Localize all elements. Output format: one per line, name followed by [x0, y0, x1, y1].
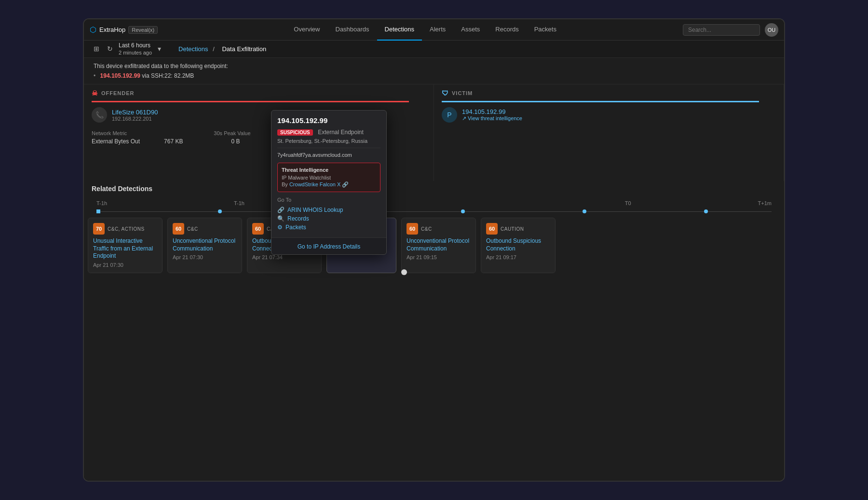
- layout-toggle-button[interactable]: ⊞: [92, 44, 101, 54]
- metric-peak: 767 KB: [164, 138, 183, 145]
- nav-detections[interactable]: Detections: [377, 19, 422, 41]
- ip-popup: 194.105.192.99 SUSPICIOUS External Endpo…: [271, 110, 387, 255]
- suspicious-badge: SUSPICIOUS: [277, 129, 313, 136]
- breadcrumb: Detections / Data Exfiltration: [178, 45, 269, 53]
- popup-footer: Go to IP Address Details: [271, 237, 386, 254]
- card-badge-1: C&C: [187, 226, 198, 232]
- threat-title: Threat Intelligence: [282, 167, 376, 173]
- breadcrumb-parent[interactable]: Detections: [178, 45, 208, 53]
- victim-bar: [442, 101, 759, 102]
- nav-records[interactable]: Records: [488, 19, 526, 41]
- device-name[interactable]: LifeSize 061D90: [112, 109, 158, 116]
- card-date-2: Apr 21 07:34: [252, 254, 316, 260]
- avatar: OU: [765, 23, 778, 37]
- card-date-4: Apr 21 09:15: [407, 254, 471, 260]
- tl-label-0: T-1h: [96, 200, 107, 206]
- det-card-0[interactable]: 70 C&C, ACTIONS Unusual Interactive Traf…: [88, 218, 163, 273]
- timeline-section: T-1h T-1h T0 T+1m: [84, 200, 784, 218]
- victim-ip[interactable]: 194.105.192.99: [462, 108, 522, 115]
- threat-box: Threat Intelligence IP Malware Watchlist…: [277, 163, 380, 192]
- threat-source: By CrowdStrike Falcon X 🔗: [282, 181, 376, 188]
- time-ago: 2 minutes ago: [119, 49, 152, 56]
- victim-panel: 🛡 VICTIM P 194.105.192.99 ↗ View threat …: [434, 84, 784, 181]
- victim-row: P 194.105.192.99 ↗ View threat intellige…: [442, 107, 776, 123]
- threat-item-0: IP Malware Watchlist: [282, 175, 376, 181]
- tl-label-1: T-1h: [234, 200, 244, 206]
- nav-logo: ⬡ ExtraHop Reveal(x): [90, 25, 158, 34]
- card-score-5: 60: [486, 223, 498, 235]
- app-name: ExtraHop: [99, 26, 125, 33]
- nav-alerts[interactable]: Alerts: [422, 19, 453, 41]
- goto-records[interactable]: 🔍 Records: [277, 214, 380, 223]
- refresh-button[interactable]: ↻: [105, 44, 115, 54]
- shield-icon: 🛡: [442, 89, 449, 97]
- sub-nav: ⊞ ↻ Last 6 hours 2 minutes ago ▾ Detecti…: [84, 41, 784, 58]
- det-card-4[interactable]: 60 C&C Unconventional Protocol Communica…: [401, 218, 476, 273]
- tl-label-4: T0: [625, 200, 631, 206]
- nav-assets[interactable]: Assets: [453, 19, 488, 41]
- metric-row1: External Bytes Out: [92, 138, 140, 145]
- card-title-4: Unconventional Protocol Communication: [407, 237, 471, 252]
- device-ip: 192.168.222.201: [112, 116, 158, 122]
- card-title-0: Unusual Interactive Traffic from an Exte…: [93, 237, 157, 260]
- metric-expected: 0 B: [231, 138, 240, 145]
- goto-packets[interactable]: ⚙ Packets: [277, 223, 380, 232]
- nav-overview[interactable]: Overview: [286, 19, 327, 41]
- det-card-1[interactable]: 60 C&C Unconventional Protocol Communica…: [167, 218, 242, 273]
- popup-ip: 194.105.192.99: [277, 116, 380, 125]
- nav-packets[interactable]: Packets: [527, 19, 564, 41]
- exfil-notice-text: This device exfiltrated data to the foll…: [94, 63, 774, 69]
- tl-label-5: T+1m: [758, 200, 772, 206]
- time-dropdown-button[interactable]: ▾: [156, 44, 163, 54]
- ov-section: ☠ OFFENDER 📞 LifeSize 061D90 192.168.222…: [84, 84, 784, 181]
- search-input[interactable]: [683, 24, 760, 36]
- exfil-ip[interactable]: 194.105.192.99: [100, 72, 140, 79]
- subnav-left: ⊞ ↻ Last 6 hours 2 minutes ago ▾: [92, 42, 163, 56]
- breadcrumb-sep: /: [213, 45, 215, 53]
- breadcrumb-current: Data Exfiltration: [222, 45, 266, 53]
- goto-title: Go To: [277, 197, 380, 203]
- external-link-icon: 🔗: [342, 181, 349, 187]
- packets-icon: ⚙: [277, 224, 283, 231]
- exfil-notice: This device exfiltrated data to the foll…: [84, 58, 784, 84]
- card-badge-0: C&C, ACTIONS: [108, 226, 145, 232]
- endpoint-label: External Endpoint: [318, 129, 364, 136]
- reveal-badge: Reveal(x): [128, 26, 158, 34]
- det-card-5[interactable]: 60 CAUTION Outbound Suspicious Connectio…: [481, 218, 556, 273]
- threat-source-link[interactable]: CrowdStrike Falcon X: [289, 181, 340, 187]
- view-threat-intel[interactable]: ↗ View threat intelligence: [462, 115, 522, 122]
- card-date-0: Apr 21 07:30: [93, 262, 157, 268]
- card-date-5: Apr 21 09:17: [486, 254, 550, 260]
- main-content: This device exfiltrated data to the foll…: [84, 58, 784, 482]
- card-date-1: Apr 21 07:30: [173, 254, 237, 260]
- records-icon: 🔍: [277, 215, 285, 222]
- nav-dashboards[interactable]: Dashboards: [328, 19, 377, 41]
- metric-col1: Network Metric: [92, 130, 127, 136]
- card-score-0: 70: [93, 223, 105, 235]
- victim-label: VICTIM: [452, 90, 473, 96]
- card-score-1: 60: [173, 223, 184, 235]
- goto-ip-details-link[interactable]: Go to IP Address Details: [298, 243, 361, 250]
- nav-right: OU: [683, 23, 778, 37]
- card-score-4: 60: [407, 223, 418, 235]
- metric-col3: 30s Peak Value: [214, 130, 250, 136]
- card-badge-4: C&C: [421, 226, 432, 232]
- related-section: Related Detections: [84, 181, 784, 200]
- popup-domain: 7y4ruahfdf7ya.avsvmcloud.com: [277, 148, 380, 158]
- offender-bar: [92, 101, 409, 102]
- exfil-via: via SSH:22: 82.2MB: [142, 72, 194, 79]
- nav-links: Overview Dashboards Detections Alerts As…: [167, 19, 683, 41]
- nav-bar: ⬡ ExtraHop Reveal(x) Overview Dashboards…: [84, 19, 784, 41]
- popup-content: 194.105.192.99 SUSPICIOUS External Endpo…: [271, 111, 386, 237]
- card-badge-5: CAUTION: [501, 226, 524, 232]
- goto-arin[interactable]: 🔗 ARIN WHOIS Lookup: [277, 206, 380, 214]
- threat-by: By: [282, 181, 288, 187]
- victim-header: 🛡 VICTIM: [442, 89, 776, 97]
- card-score-2: 60: [252, 223, 264, 235]
- offender-label: OFFENDER: [101, 90, 135, 96]
- victim-device-icon: P: [442, 107, 457, 123]
- card-title-1: Unconventional Protocol Communication: [173, 237, 237, 252]
- popup-location: St. Petersburg, St.-Petersburg, Russia: [277, 138, 380, 144]
- time-info: Last 6 hours 2 minutes ago: [119, 42, 152, 56]
- goto-arin-label: ARIN WHOIS Lookup: [287, 207, 343, 213]
